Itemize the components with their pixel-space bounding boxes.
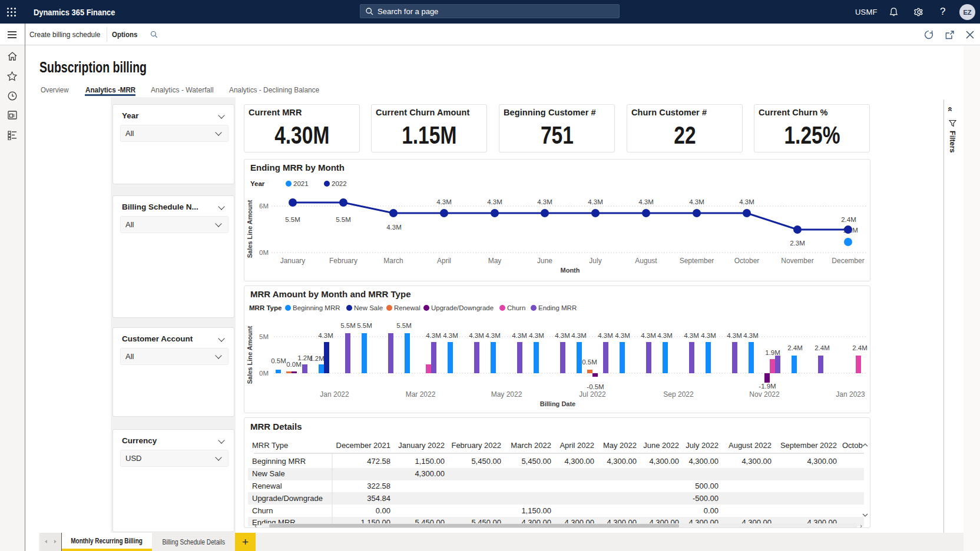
svg-text:4.3M: 4.3M xyxy=(426,332,441,339)
svg-text:0.0M: 0.0M xyxy=(286,361,302,368)
svg-text:1.9M: 1.9M xyxy=(765,349,780,356)
svg-text:4.3M: 4.3M xyxy=(701,332,716,339)
svg-text:2022: 2022 xyxy=(332,180,347,187)
svg-text:4.3M: 4.3M xyxy=(641,332,656,339)
svg-text:4.3M: 4.3M xyxy=(485,332,501,339)
svg-text:4,300.00: 4,300.00 xyxy=(688,457,719,466)
svg-text:4.3M: 4.3M xyxy=(555,332,570,339)
svg-text:4.3M: 4.3M xyxy=(684,332,699,339)
svg-text:354.84: 354.84 xyxy=(367,494,390,503)
svg-text:MRR Details: MRR Details xyxy=(250,421,302,431)
svg-text:December 2021: December 2021 xyxy=(336,441,391,450)
svg-text:New Sale: New Sale xyxy=(252,469,285,478)
svg-text:MRR Amount by Month and MRR Ty: MRR Amount by Month and MRR Type xyxy=(250,289,410,299)
svg-text:1,150.00: 1,150.00 xyxy=(415,457,445,466)
svg-text:322.58: 322.58 xyxy=(367,482,390,490)
svg-text:‹: ‹ xyxy=(254,522,257,527)
svg-text:Mar 2022: Mar 2022 xyxy=(406,390,436,399)
svg-text:472.58: 472.58 xyxy=(367,457,390,466)
svg-text:May 2022: May 2022 xyxy=(603,441,637,450)
svg-text:4.3M: 4.3M xyxy=(598,332,613,339)
svg-text:2.4M: 2.4M xyxy=(852,344,868,351)
svg-text:January 2022: January 2022 xyxy=(398,441,445,450)
svg-text:4,300.00: 4,300.00 xyxy=(649,457,679,466)
svg-text:4.3M: 4.3M xyxy=(615,332,630,339)
svg-text:4.3M: 4.3M xyxy=(443,332,458,339)
svg-text:May 2022: May 2022 xyxy=(491,390,522,399)
svg-text:4.3M: 4.3M xyxy=(487,198,502,205)
svg-text:0M: 0M xyxy=(259,370,269,377)
svg-text:Jan 2022: Jan 2022 xyxy=(320,390,349,399)
svg-text:4.3M: 4.3M xyxy=(436,198,452,205)
svg-text:MRR Type: MRR Type xyxy=(249,304,282,311)
svg-text:6M: 6M xyxy=(259,203,269,210)
svg-text:4.3M: 4.3M xyxy=(529,332,544,339)
svg-text:5.5M: 5.5M xyxy=(357,322,372,329)
svg-text:Octob: Octob xyxy=(842,441,863,450)
svg-text:0.00: 0.00 xyxy=(704,506,719,515)
svg-text:5M: 5M xyxy=(259,333,269,340)
svg-text:-1.9M: -1.9M xyxy=(759,383,776,390)
svg-text:Churn: Churn xyxy=(507,304,525,311)
svg-text:Ending MRR: Ending MRR xyxy=(538,304,577,311)
svg-text:0.5M: 0.5M xyxy=(271,357,286,364)
svg-text:January: January xyxy=(280,257,306,265)
svg-text:2.4M: 2.4M xyxy=(787,344,803,351)
svg-text:4.3M: 4.3M xyxy=(469,332,484,339)
svg-text:April: April xyxy=(437,257,451,265)
svg-text:-0.5M: -0.5M xyxy=(587,383,604,390)
svg-text:5.5M: 5.5M xyxy=(285,216,300,223)
svg-text:0M: 0M xyxy=(259,249,269,256)
svg-text:5.5M: 5.5M xyxy=(396,322,412,329)
svg-text:Nov 2022: Nov 2022 xyxy=(749,390,780,399)
svg-text:5.5M: 5.5M xyxy=(340,322,356,329)
svg-text:5.5M: 5.5M xyxy=(336,216,351,223)
svg-text:MRR Type: MRR Type xyxy=(252,441,288,450)
svg-text:July: July xyxy=(589,257,601,265)
svg-text:4,300.00: 4,300.00 xyxy=(607,457,637,466)
svg-text:4,300.00: 4,300.00 xyxy=(415,469,445,478)
svg-text:Renewal: Renewal xyxy=(252,482,282,490)
svg-text:2.3M: 2.3M xyxy=(790,240,805,247)
svg-text:August: August xyxy=(635,257,657,265)
svg-text:New Sale: New Sale xyxy=(354,304,383,311)
svg-text:4,300.00: 4,300.00 xyxy=(564,457,594,466)
svg-text:March: March xyxy=(383,257,403,265)
svg-text:Renewal: Renewal xyxy=(394,304,421,311)
svg-text:June 2022: June 2022 xyxy=(643,441,679,450)
svg-text:4.3M: 4.3M xyxy=(537,198,552,205)
svg-text:4.3M: 4.3M xyxy=(638,198,654,205)
svg-text:500.00: 500.00 xyxy=(695,482,719,490)
svg-text:4.3M: 4.3M xyxy=(588,198,603,205)
svg-text:Jan 2023: Jan 2023 xyxy=(836,390,865,399)
svg-text:2.4M: 2.4M xyxy=(815,344,830,351)
svg-text:1,150.00: 1,150.00 xyxy=(521,506,551,515)
svg-text:4,300.00: 4,300.00 xyxy=(807,457,837,466)
svg-text:›: › xyxy=(860,522,862,527)
svg-text:Sep 2022: Sep 2022 xyxy=(663,390,694,399)
svg-text:July 2022: July 2022 xyxy=(686,441,719,450)
svg-text:October: October xyxy=(734,257,760,265)
svg-text:Ending MRR by Month: Ending MRR by Month xyxy=(250,162,345,172)
svg-text:February 2022: February 2022 xyxy=(451,441,501,450)
svg-text:Upgrade/Downgrade: Upgrade/Downgrade xyxy=(252,494,323,503)
svg-text:2.4M: 2.4M xyxy=(841,216,856,223)
svg-text:April 2022: April 2022 xyxy=(559,441,594,450)
svg-text:0.5M: 0.5M xyxy=(582,359,597,366)
svg-text:2021: 2021 xyxy=(293,180,309,187)
svg-text:4.3M: 4.3M xyxy=(512,332,527,339)
svg-text:September 2022: September 2022 xyxy=(780,441,837,450)
svg-text:September: September xyxy=(680,257,714,265)
svg-text:Upgrade/Downgrade: Upgrade/Downgrade xyxy=(431,304,494,311)
svg-text:4.3M: 4.3M xyxy=(689,198,704,205)
svg-text:-500.00: -500.00 xyxy=(693,494,719,503)
svg-text:4.3M: 4.3M xyxy=(739,198,754,205)
svg-text:Churn: Churn xyxy=(252,506,273,515)
svg-text:March 2022: March 2022 xyxy=(511,441,551,450)
svg-text:Billing Date: Billing Date xyxy=(540,400,576,407)
svg-text:December: December xyxy=(832,257,864,265)
svg-text:4,300.00: 4,300.00 xyxy=(741,457,772,466)
svg-text:5,450.00: 5,450.00 xyxy=(521,457,551,466)
svg-text:Sales Line Amount: Sales Line Amount xyxy=(246,326,253,384)
svg-text:4.3M: 4.3M xyxy=(727,332,742,339)
